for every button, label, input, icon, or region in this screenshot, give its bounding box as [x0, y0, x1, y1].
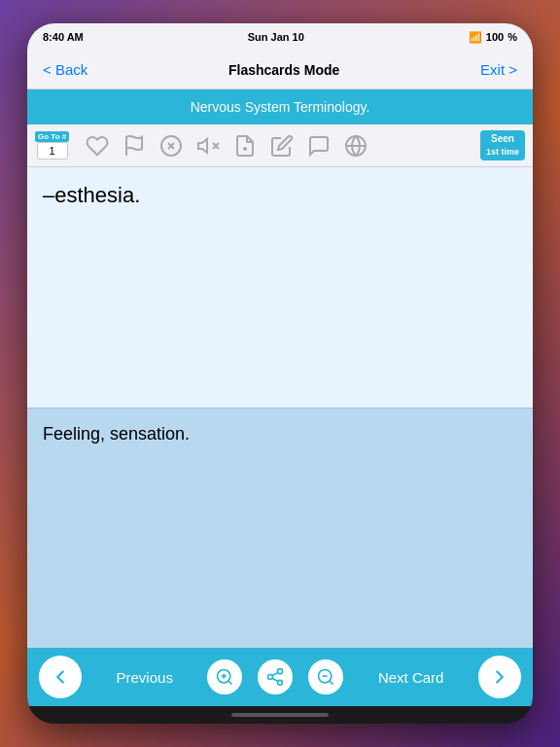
deck-title: Nervous System Terminology. — [191, 99, 370, 115]
svg-line-20 — [330, 681, 333, 685]
svg-line-17 — [273, 678, 279, 681]
goto-input[interactable] — [37, 142, 68, 160]
nav-title: Flashcards Mode — [228, 62, 339, 78]
svg-line-18 — [273, 672, 279, 675]
exit-button[interactable]: Exit > — [480, 61, 517, 78]
home-indicator — [27, 706, 533, 724]
speech-button[interactable] — [302, 129, 335, 162]
seen-label: Seen — [486, 132, 519, 146]
svg-point-16 — [278, 680, 283, 685]
status-right: 📶 100% — [469, 31, 517, 44]
seen-badge: Seen 1st time — [480, 130, 525, 160]
svg-marker-4 — [198, 139, 207, 153]
mute-button[interactable] — [192, 129, 225, 162]
nav-bar: < Back Flashcards Mode Exit > — [27, 51, 533, 89]
svg-point-14 — [278, 669, 283, 674]
flag-button[interactable] — [118, 129, 151, 162]
edit-button[interactable] — [265, 129, 298, 162]
zoom-out-button[interactable] — [308, 659, 343, 694]
device-frame: 8:40 AM Sun Jan 10 📶 100% < Back Flashca… — [27, 23, 533, 724]
deck-header: Nervous System Terminology. — [27, 89, 533, 124]
card-front[interactable]: –esthesia. — [27, 167, 533, 408]
svg-point-15 — [268, 675, 273, 680]
heart-button[interactable] — [81, 129, 114, 162]
zoom-in-button[interactable] — [207, 659, 242, 694]
bottom-bar: Previous — [27, 648, 533, 706]
home-bar — [231, 713, 329, 717]
share-button[interactable] — [258, 659, 293, 694]
next-arrow-button[interactable] — [478, 656, 521, 698]
card-front-text: –esthesia. — [43, 183, 140, 208]
document-button[interactable] — [228, 129, 262, 162]
card-back-text: Feeling, sensation. — [43, 424, 190, 445]
goto-label: Go To # — [35, 131, 69, 142]
seen-time: 1st time — [486, 146, 519, 159]
svg-point-7 — [244, 148, 246, 150]
status-date: Sun Jan 10 — [248, 31, 304, 43]
toolbar: Go To # — [27, 124, 533, 167]
svg-line-11 — [228, 681, 232, 685]
status-time: 8:40 AM — [43, 31, 84, 43]
back-button[interactable]: < Back — [43, 61, 88, 78]
translate-button[interactable] — [339, 129, 372, 162]
goto-section: Go To # — [35, 131, 69, 160]
bottom-tools — [207, 659, 343, 694]
previous-arrow-button[interactable] — [39, 656, 82, 698]
next-button[interactable]: Next Card — [378, 669, 444, 686]
status-bar: 8:40 AM Sun Jan 10 📶 100% — [27, 23, 533, 51]
signal-icon: 📶 — [469, 31, 482, 44]
previous-button[interactable]: Previous — [117, 669, 173, 686]
card-back[interactable]: Feeling, sensation. — [27, 408, 533, 649]
battery-label: 100 — [486, 31, 504, 43]
dismiss-button[interactable] — [155, 129, 188, 162]
card-area: –esthesia. Feeling, sensation. — [27, 167, 533, 648]
